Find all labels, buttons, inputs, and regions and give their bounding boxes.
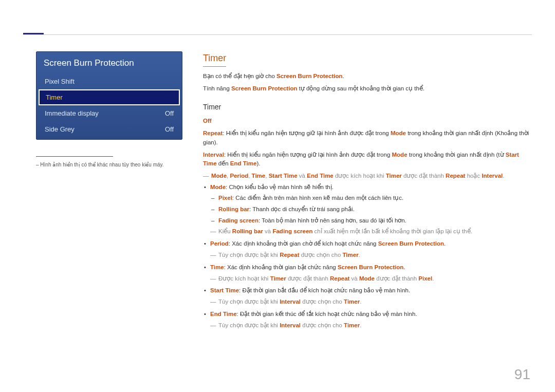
highlight: End Time: [307, 173, 334, 179]
menu-item-side-grey[interactable]: Side Grey Off: [36, 121, 182, 139]
footnote-rule: [36, 156, 113, 157]
bullet-end-time: End Time: Đặt thời gian kết thúc để tắt …: [203, 310, 530, 330]
page-content: Screen Burn Protection Pixel Shift Timer…: [36, 51, 530, 380]
highlight: End Time: [230, 160, 257, 166]
text: : Thanh dọc di chuyển từ trái sang phải.: [249, 206, 355, 212]
highlight: Screen Burn Protection: [231, 85, 297, 91]
note-rolling-fading: Kiểu Rolling bar và Fading screen chỉ xu…: [210, 227, 530, 236]
highlight: Off: [203, 118, 212, 124]
menu-item-label: Side Grey: [45, 125, 75, 133]
interval-line: Interval: Hiển thị kiểu ngăn hiện tượng …: [203, 151, 530, 169]
highlight: Timer: [344, 298, 360, 305]
text: Được kích hoạt khi: [218, 275, 270, 282]
text: .: [360, 322, 361, 328]
highlight: Start Time: [269, 173, 298, 179]
highlight: Interval: [280, 298, 301, 305]
highlight: Interval: [280, 322, 301, 328]
highlight: Period: [230, 173, 248, 179]
highlight: Timer: [344, 322, 360, 328]
highlight: Repeat: [203, 130, 223, 136]
text: được đặt thành: [375, 275, 418, 282]
text: trong khoảng thời gian nhất định (từ: [408, 152, 506, 158]
text: : Các điểm ảnh trên màn hình xen kẽ màu …: [232, 195, 403, 201]
highlight: Timer: [343, 252, 359, 258]
menu-item-timer[interactable]: Timer: [39, 89, 180, 105]
menu-item-pixel-shift[interactable]: Pixel Shift: [36, 73, 182, 89]
text: được kích hoạt khi: [334, 173, 386, 179]
highlight: Repeat: [330, 275, 349, 282]
mode-sublist: Pixel: Các điểm ảnh trên màn hình xen kẽ…: [210, 194, 530, 225]
highlight: Start Time: [210, 287, 239, 293]
text: .: [359, 252, 360, 258]
right-column: Timer Bạn có thể đặt hẹn giờ cho Screen …: [203, 51, 530, 380]
repeat-line: Repeat: Hiển thị kiểu ngăn hiện tượng gi…: [203, 129, 530, 147]
text: : Đặt thời gian kết thúc để tắt kích hoạ…: [237, 311, 417, 317]
sub-rolling-bar: Rolling bar: Thanh dọc di chuyển từ trái…: [210, 205, 530, 214]
text: và: [349, 275, 359, 282]
menu-item-label: Immediate display: [45, 109, 99, 117]
highlight: Pixel: [218, 195, 232, 201]
text: được đặt thành: [402, 173, 446, 179]
text: đến: [217, 160, 230, 166]
highlight: Mode: [211, 173, 227, 179]
highlight: Timer: [386, 173, 402, 179]
text: : Đặt thời gian bắt đầu để kích hoạt chứ…: [239, 287, 410, 293]
text: và: [298, 173, 307, 179]
menu-item-label: Timer: [46, 94, 63, 101]
text: : Hiển thị kiểu ngăn hiện tượng giữ lại …: [224, 152, 392, 158]
highlight: Rolling bar: [218, 206, 249, 212]
highlight: Period: [210, 240, 229, 247]
text: Bạn có thể đặt hẹn giờ cho: [203, 73, 276, 79]
text: .: [343, 73, 344, 79]
highlight: Interval: [203, 152, 224, 158]
highlight: Fading screen: [218, 217, 258, 223]
bullet-start-time: Start Time: Đặt thời gian bắt đầu để kíc…: [203, 286, 530, 307]
note-start-time: Tùy chọn được bật khi Interval được chọn…: [210, 297, 530, 307]
header-rule: [23, 34, 532, 35]
highlight: Pixel: [418, 275, 432, 282]
highlight: Rolling bar: [232, 228, 263, 234]
footnote-text: Hình ảnh hiển thị có thể khác nhau tùy t…: [40, 162, 163, 167]
text: .: [432, 275, 434, 282]
text: .: [503, 173, 504, 179]
highlight: Fading screen: [272, 228, 312, 234]
highlight: Screen Burn Protection: [378, 240, 444, 247]
menu-item-immediate-display[interactable]: Immediate display Off: [36, 105, 182, 121]
text: và: [263, 228, 273, 234]
text: Tùy chọn được bật khi: [218, 252, 280, 258]
text: : Toàn bộ màn hình trở nên sáng hơn, sau…: [258, 217, 406, 223]
menu-item-value: Off: [165, 125, 174, 133]
note-period: Tùy chọn được bật khi Repeat được chọn c…: [210, 251, 530, 260]
text: được chọn cho: [301, 322, 344, 328]
text: chỉ xuất hiện một lần bất kể khoảng thời…: [312, 228, 472, 234]
off-line: Off: [203, 117, 530, 126]
subheading-timer: Timer: [203, 102, 530, 113]
text: Tùy chọn được bật khi: [218, 298, 280, 305]
menu-title: Screen Burn Protection: [36, 52, 182, 73]
bullet-period: Period: Xác định khoảng thời gian chờ để…: [203, 239, 530, 260]
highlight: Mode: [392, 152, 408, 158]
highlight: Mode: [210, 184, 226, 190]
text: .: [360, 298, 361, 305]
bullet-time: Time: Xác định khoảng thời gian bật chức…: [203, 263, 530, 284]
text: : Chọn kiểu bảo vệ màn hình sẽ hiển thị.: [226, 184, 334, 190]
mode-bullets: Mode: Chọn kiểu bảo vệ màn hình sẽ hiển …: [203, 183, 530, 330]
sub-pixel: Pixel: Các điểm ảnh trên màn hình xen kẽ…: [210, 194, 530, 203]
highlight: Repeat: [446, 173, 465, 179]
highlight: Time: [210, 264, 224, 270]
highlight: Repeat: [280, 252, 299, 258]
note-activation: Mode, Period, Time, Start Time và End Ti…: [203, 172, 530, 181]
highlight: Screen Burn Protection: [338, 264, 403, 270]
text: được đặt thành: [286, 275, 330, 282]
text: Tùy chọn được bật khi: [218, 322, 280, 328]
note-time: Được kích hoạt khi Timer được đặt thành …: [210, 274, 530, 284]
intro-line-1: Bạn có thể đặt hẹn giờ cho Screen Burn P…: [203, 72, 530, 81]
text: được chọn cho: [299, 252, 342, 258]
menu-item-value: Off: [165, 109, 174, 117]
text: hoặc: [465, 173, 482, 179]
text: Kiểu: [218, 228, 232, 234]
highlight: End Time: [210, 311, 237, 317]
highlight: Interval: [482, 173, 503, 179]
sub-fading-screen: Fading screen: Toàn bộ màn hình trở nên …: [210, 216, 530, 226]
section-heading: Timer: [203, 51, 226, 67]
